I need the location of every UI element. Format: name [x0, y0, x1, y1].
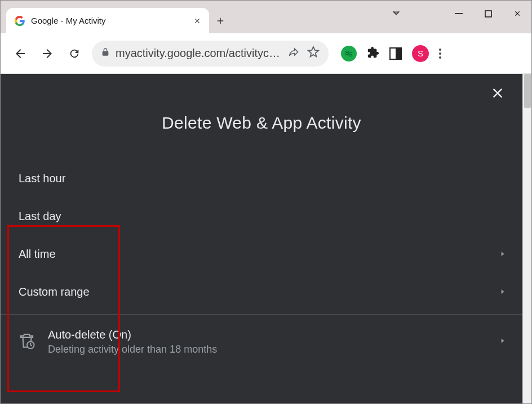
chevron-right-icon [499, 337, 507, 347]
window-titlebar: Google - My Activity [1, 1, 531, 33]
option-label: Last day [19, 210, 61, 223]
dialog-close-button[interactable] [490, 85, 506, 103]
auto-delete-subtitle: Deleting activity older than 18 months [48, 344, 217, 355]
dialog-title: Delete Web & App Activity [1, 113, 522, 133]
window-minimize-button[interactable] [448, 5, 469, 22]
option-last-day[interactable]: Last day [1, 197, 522, 235]
extensions-puzzle-icon[interactable] [367, 46, 379, 61]
auto-delete-trash-icon [19, 332, 36, 352]
google-favicon [14, 15, 25, 27]
delete-options-list: Last hour Last day All time Custom range [1, 160, 522, 311]
browser-toolbar: myactivity.google.com/activitycon… S [1, 33, 531, 74]
auto-delete-text: Auto-delete (On) Deleting activity older… [48, 328, 217, 355]
window-maximize-button[interactable] [477, 5, 499, 22]
tab-close-icon[interactable] [193, 17, 201, 25]
option-label: Custom range [19, 286, 90, 298]
bookmark-star-icon[interactable] [307, 46, 320, 61]
vertical-scrollbar[interactable] [522, 74, 531, 403]
reload-button[interactable] [65, 44, 84, 63]
toolbar-right-icons: S [341, 45, 441, 62]
side-panel-icon[interactable] [389, 47, 402, 60]
option-label: Last hour [19, 172, 65, 185]
auto-delete-title: Auto-delete (On) [48, 328, 217, 341]
window-close-button[interactable] [507, 5, 528, 22]
option-last-hour[interactable]: Last hour [1, 160, 522, 197]
lock-icon [101, 47, 110, 59]
new-tab-button[interactable] [209, 8, 232, 33]
browser-tab[interactable]: Google - My Activity [6, 8, 209, 33]
profile-avatar[interactable]: S [412, 45, 429, 62]
chevron-right-icon [499, 248, 507, 261]
option-label: All time [19, 248, 56, 261]
scrollbar-thumb[interactable] [524, 74, 531, 108]
back-button[interactable] [11, 44, 30, 63]
url-text: myactivity.google.com/activitycon… [116, 47, 282, 60]
tab-title: Google - My Activity [31, 16, 188, 25]
extension-green-icon[interactable] [341, 46, 357, 62]
tab-search-dropdown-icon[interactable] [391, 7, 402, 19]
page-content: Delete Web & App Activity Last hour Last… [1, 74, 522, 403]
share-icon[interactable] [288, 46, 299, 60]
address-bar[interactable]: myactivity.google.com/activitycon… [92, 41, 329, 67]
avatar-initial: S [418, 49, 423, 58]
option-all-time[interactable]: All time [1, 235, 522, 273]
auto-delete-row[interactable]: Auto-delete (On) Deleting activity older… [1, 315, 522, 366]
chevron-right-icon [499, 286, 507, 298]
svg-rect-1 [485, 11, 491, 17]
option-custom-range[interactable]: Custom range [1, 273, 522, 311]
window-controls [448, 5, 528, 22]
svg-rect-0 [455, 13, 463, 14]
forward-button[interactable] [38, 44, 57, 63]
chrome-menu-icon[interactable] [439, 49, 441, 59]
